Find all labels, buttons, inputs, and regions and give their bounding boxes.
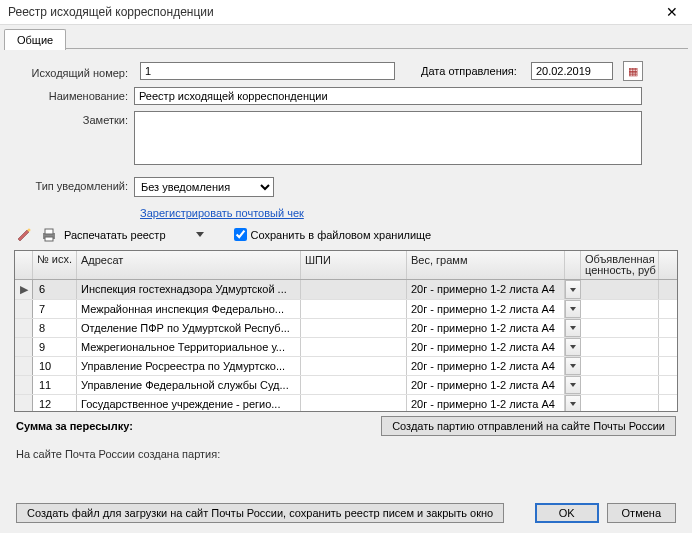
cell-weight: 20г - примерно 1-2 листа А4: [407, 338, 565, 356]
col-weight[interactable]: Вес, грамм: [407, 251, 565, 279]
cell-addressee: Межрегиональное Территориальное у...: [77, 338, 301, 356]
tab-underline: [4, 48, 688, 49]
cell-weight: 20г - примерно 1-2 листа А4: [407, 395, 565, 411]
cell-shpi: [301, 395, 407, 411]
col-weight-drop[interactable]: [565, 251, 581, 279]
row-name: Наименование:: [14, 87, 678, 105]
cell-declared: [581, 280, 659, 299]
weight-dropdown-icon[interactable]: [565, 319, 581, 337]
tab-general[interactable]: Общие: [4, 29, 66, 50]
cell-idx: 12: [33, 395, 77, 411]
save-storage-checkbox[interactable]: [234, 228, 247, 241]
weight-dropdown-icon[interactable]: [565, 338, 581, 356]
cancel-button[interactable]: Отмена: [607, 503, 676, 523]
cell-shpi: [301, 319, 407, 337]
col-declared[interactable]: Объявленная ценность, руб: [581, 251, 659, 279]
footer: Создать файл для загрузки на сайт Почты …: [14, 499, 678, 527]
summary-row: Сумма за пересылку: Создать партию отпра…: [14, 412, 678, 440]
row-marker: [15, 376, 33, 394]
ok-button[interactable]: OK: [535, 503, 599, 523]
col-rowheader[interactable]: [15, 251, 33, 279]
name-label: Наименование:: [14, 87, 134, 102]
printer-icon[interactable]: [40, 226, 58, 244]
print-button[interactable]: Распечатать реестр: [64, 229, 166, 241]
cell-addressee: Управление Федеральной службы Суд...: [77, 376, 301, 394]
cell-shpi: [301, 300, 407, 318]
cell-declared: [581, 376, 659, 394]
outgoing-number-label: Исходящий номер:: [14, 64, 134, 79]
col-addressee[interactable]: Адресат: [77, 251, 301, 279]
cell-shpi: [301, 376, 407, 394]
row-marker: [15, 338, 33, 356]
weight-dropdown-icon[interactable]: [565, 300, 581, 318]
weight-dropdown-icon[interactable]: [565, 357, 581, 375]
table-row[interactable]: 7Межрайонная инспекция Федерально...20г …: [15, 300, 677, 319]
create-batch-button[interactable]: Создать партию отправлений на сайте Почт…: [381, 416, 676, 436]
notes-textarea[interactable]: [134, 111, 642, 165]
col-shpi[interactable]: ШПИ: [301, 251, 407, 279]
notes-label: Заметки:: [14, 111, 134, 126]
tab-body: Исходящий номер: Дата отправления: ▦ Наи…: [0, 49, 692, 533]
table-row[interactable]: 9Межрегиональное Территориальное у...20г…: [15, 338, 677, 357]
cell-weight: 20г - примерно 1-2 листа А4: [407, 300, 565, 318]
cell-shpi: [301, 280, 407, 299]
table-row[interactable]: 10Управление Росреестра по Удмуртско...2…: [15, 357, 677, 376]
toolbar: Распечатать реестр Сохранить в файловом …: [14, 219, 678, 250]
summary-label: Сумма за пересылку:: [16, 420, 133, 432]
cell-weight: 20г - примерно 1-2 листа А4: [407, 319, 565, 337]
row-marker: [15, 395, 33, 411]
cell-shpi: [301, 357, 407, 375]
cell-addressee: Государственное учреждение - регио...: [77, 395, 301, 411]
titlebar: Реестр исходящей корреспонденции ✕: [0, 0, 692, 25]
grid-body[interactable]: ▶6Инспекция гостехнадзора Удмуртской ...…: [15, 280, 677, 411]
cell-idx: 9: [33, 338, 77, 356]
send-date-label: Дата отправления:: [421, 65, 517, 77]
row-marker: [15, 357, 33, 375]
save-storage-label: Сохранить в файловом хранилище: [251, 229, 432, 241]
cell-addressee: Межрайонная инспекция Федерально...: [77, 300, 301, 318]
cell-idx: 8: [33, 319, 77, 337]
weight-dropdown-icon[interactable]: [565, 395, 581, 411]
svg-rect-3: [45, 237, 53, 241]
cell-idx: 10: [33, 357, 77, 375]
tab-strip: Общие: [0, 25, 692, 49]
cell-addressee: Управление Росреестра по Удмуртско...: [77, 357, 301, 375]
notif-label: Тип уведомлений:: [14, 177, 134, 192]
row-outgoing-number: Исходящий номер: Дата отправления: ▦: [14, 61, 678, 81]
cell-addressee: Инспекция гостехнадзора Удмуртской ...: [77, 280, 301, 299]
table-row[interactable]: 8Отделение ПФР по Удмуртской Респуб...20…: [15, 319, 677, 338]
row-marker: [15, 300, 33, 318]
party-status-label: На сайте Почта России создана партия:: [16, 448, 676, 460]
cell-weight: 20г - примерно 1-2 листа А4: [407, 376, 565, 394]
table-row[interactable]: 11Управление Федеральной службы Суд...20…: [15, 376, 677, 395]
registry-dialog: Реестр исходящей корреспонденции ✕ Общие…: [0, 0, 692, 533]
weight-dropdown-icon[interactable]: [565, 376, 581, 394]
row-marker: [15, 319, 33, 337]
cell-weight: 20г - примерно 1-2 листа А4: [407, 280, 565, 299]
col-idx[interactable]: № исх.: [33, 251, 77, 279]
send-date-input[interactable]: [531, 62, 613, 80]
save-storage-wrap[interactable]: Сохранить в файловом хранилище: [230, 225, 432, 244]
cell-declared: [581, 338, 659, 356]
name-input[interactable]: [134, 87, 642, 105]
cell-declared: [581, 319, 659, 337]
table-row[interactable]: ▶6Инспекция гостехнадзора Удмуртской ...…: [15, 280, 677, 300]
window-title: Реестр исходящей корреспонденции: [8, 5, 214, 19]
cell-idx: 11: [33, 376, 77, 394]
print-dropdown-icon[interactable]: [196, 232, 204, 237]
register-check-link[interactable]: Зарегистрировать почтовый чек: [140, 207, 678, 219]
calendar-icon[interactable]: ▦: [623, 61, 643, 81]
outgoing-number-input[interactable]: [140, 62, 395, 80]
row-notif: Тип уведомлений: Без уведомления: [14, 177, 678, 197]
table-row[interactable]: 12Государственное учреждение - регио...2…: [15, 395, 677, 411]
cell-declared: [581, 300, 659, 318]
cell-idx: 7: [33, 300, 77, 318]
grid-header: № исх. Адресат ШПИ Вес, грамм Объявленна…: [15, 251, 677, 280]
close-icon[interactable]: ✕: [660, 4, 684, 20]
cell-addressee: Отделение ПФР по Удмуртской Респуб...: [77, 319, 301, 337]
cell-declared: [581, 395, 659, 411]
notif-select[interactable]: Без уведомления: [134, 177, 274, 197]
create-file-button[interactable]: Создать файл для загрузки на сайт Почты …: [16, 503, 504, 523]
weight-dropdown-icon[interactable]: [565, 280, 581, 299]
wand-icon[interactable]: [16, 226, 34, 244]
